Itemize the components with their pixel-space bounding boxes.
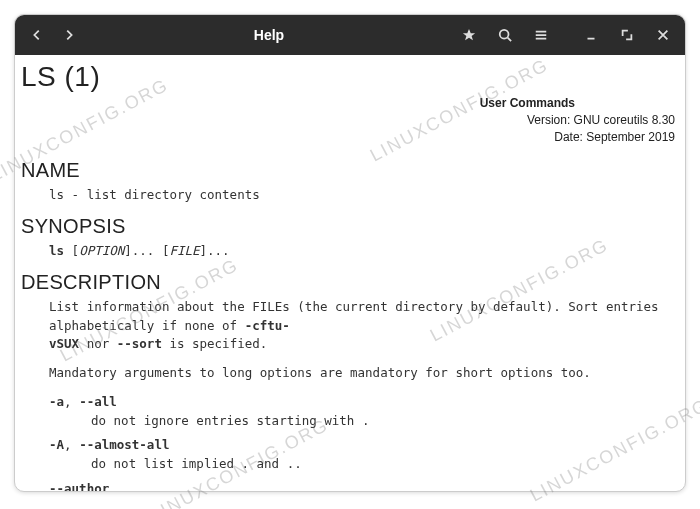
window-title: Help bbox=[89, 27, 449, 43]
titlebar: Help bbox=[15, 15, 685, 55]
search-button[interactable] bbox=[489, 20, 521, 50]
page-title: LS (1) bbox=[21, 61, 675, 93]
svg-point-0 bbox=[500, 30, 509, 39]
back-button[interactable] bbox=[21, 20, 53, 50]
man-category: User Commands bbox=[480, 95, 575, 112]
option-a: -a, --all bbox=[49, 393, 675, 412]
synopsis-line: ls [OPTION]... [FILE]... bbox=[49, 242, 675, 261]
section-description-heading: DESCRIPTION bbox=[21, 271, 675, 294]
arrow-right-icon bbox=[62, 28, 76, 42]
option-a-desc: do not ignore entries starting with . bbox=[91, 412, 675, 431]
page-meta: User Commands Version: GNU coreutils 8.3… bbox=[21, 95, 675, 145]
option-author: --author bbox=[49, 480, 675, 491]
nav-group bbox=[21, 20, 85, 50]
arrow-left-icon bbox=[30, 28, 44, 42]
name-text: ls - list directory contents bbox=[49, 186, 675, 205]
maximize-button[interactable] bbox=[611, 20, 643, 50]
help-window: Help LS (1) User Commands Version: GNU c… bbox=[14, 14, 686, 492]
man-version: Version: GNU coreutils 8.30 bbox=[527, 113, 675, 127]
menu-button[interactable] bbox=[525, 20, 557, 50]
option-A: -A, --almost-all bbox=[49, 436, 675, 455]
forward-button[interactable] bbox=[53, 20, 85, 50]
bookmark-button[interactable] bbox=[453, 20, 485, 50]
minimize-button[interactable] bbox=[575, 20, 607, 50]
section-synopsis-heading: SYNOPSIS bbox=[21, 215, 675, 238]
close-icon bbox=[656, 28, 670, 42]
maximize-icon bbox=[620, 28, 634, 42]
section-name-heading: NAME bbox=[21, 159, 675, 182]
close-button[interactable] bbox=[647, 20, 679, 50]
hamburger-icon bbox=[534, 28, 548, 42]
search-icon bbox=[498, 28, 512, 42]
man-page-content[interactable]: LS (1) User Commands Version: GNU coreut… bbox=[15, 55, 685, 491]
description-para1: List information about the FILEs (the cu… bbox=[49, 298, 675, 354]
minimize-icon bbox=[584, 28, 598, 42]
man-date: Date: September 2019 bbox=[554, 130, 675, 144]
description-para2: Mandatory arguments to long options are … bbox=[49, 364, 675, 383]
option-A-desc: do not list implied . and .. bbox=[91, 455, 675, 474]
star-icon bbox=[462, 28, 476, 42]
